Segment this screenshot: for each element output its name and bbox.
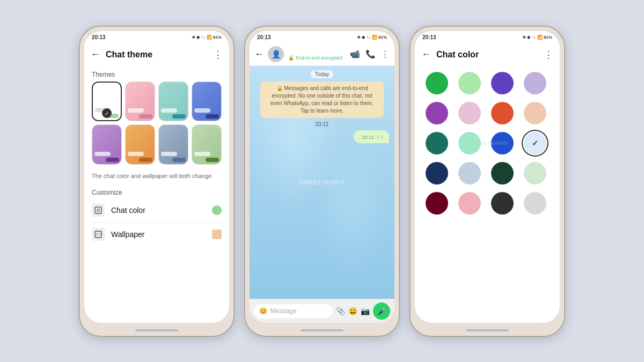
chat-color-label: Chat color [111,206,206,215]
chat-body: ©WABETAINFO Today 🔒 Messages and calls a… [250,66,394,299]
sent-message: 20:11 ✓✓ [354,130,389,143]
color-teal-light[interactable] [458,132,481,154]
color-grid-wrapper: ©WABETAINFO [415,67,560,220]
chat-color-preview [212,205,222,215]
back-button-3[interactable]: ← [421,49,431,60]
customize-chat-color[interactable]: Chat color [84,198,229,222]
bottom-bar-2 [245,327,399,336]
phone-2-screen: 20:13 ★ ◆ ↑↓ 📶 81% ← 👤 🔒 End-to-end encr… [250,31,394,323]
color-navy[interactable] [426,162,448,184]
colors-grid: ✓ [415,67,560,220]
color-silver[interactable] [524,192,546,215]
color-purple-light[interactable] [524,72,546,94]
phone-2: 20:13 ★ ◆ ↑↓ 📶 81% ← 👤 🔒 End-to-end encr… [244,26,400,337]
color-violet[interactable] [426,102,448,124]
input-placeholder: Message [270,307,327,315]
more-menu-2[interactable]: ⋮ [381,49,389,59]
svg-rect-2 [95,231,101,238]
phone-1: 20:13 ★ ◆ ↑↓ 📶 81% ← Chat theme ⋮ Themes [79,26,235,337]
selected-check: ✓ [102,108,112,118]
date-badge: Today [311,70,334,78]
message-input[interactable]: 😊 Message [254,304,333,318]
theme-item-green[interactable] [192,124,222,165]
phones-container: 20:13 ★ ◆ ↑↓ 📶 81% ← Chat theme ⋮ Themes [0,0,644,362]
video-call-icon[interactable]: 📹 [350,49,360,59]
theme-description: The chat color and wallpaper will both c… [84,170,229,186]
page-title-3: Chat color [436,50,544,60]
system-message: 🔒 Messages and calls are end-to-end encr… [260,82,384,118]
color-pink-light[interactable] [458,102,481,124]
customize-wallpaper[interactable]: Wallpaper [84,223,229,246]
message-text [358,134,360,140]
selected-check-3: ✓ [532,139,538,147]
status-icons-3: ★ ◆ ↑↓ 📶 81% [522,35,552,40]
phone-3-screen: 20:13 ★ ◆ ↑↓ 📶 81% ← Chat color ⋮ ©WABET… [415,31,560,323]
attach-icon[interactable]: 📎 [336,307,345,315]
color-mint-light[interactable] [524,162,546,184]
color-maroon[interactable] [426,192,448,215]
themes-label: Themes [84,67,229,82]
theme-item-pink[interactable] [125,82,155,122]
wallpaper-icon [92,228,105,241]
status-bar-2: 20:13 ★ ◆ ↑↓ 📶 81% [250,31,394,43]
color-steel-light[interactable] [458,162,481,184]
more-menu-1[interactable]: ⋮ [213,49,223,61]
chat-input-bar: 😊 Message 📎 😀 📷 🎤 [250,299,394,323]
chat-actions: 📹 📞 ⋮ [350,49,389,59]
chat-app-bar: ← 👤 🔒 End-to-end encrypted 📹 📞 ⋮ [250,43,394,66]
home-indicator-3 [466,329,509,331]
color-forest[interactable] [491,162,514,184]
color-green-light[interactable] [458,72,481,94]
color-teal-dark[interactable] [426,132,448,154]
back-button-2[interactable]: ← [255,49,264,59]
chat-color-icon [92,204,105,217]
bottom-bar-1 [80,327,233,336]
status-bar-1: 20:13 ★ ◆ ↑↓ 📶 81% [84,31,229,43]
theme-item-steel[interactable] [158,124,188,165]
contact-name [288,47,346,55]
app-bar-3: ← Chat color ⋮ [415,43,560,67]
page-title-1: Chat theme [106,50,213,60]
customize-label: Customize [84,186,229,198]
voice-call-icon[interactable]: 📞 [365,49,376,59]
camera-icon[interactable]: 📷 [361,307,370,315]
back-button-1[interactable]: ← [91,49,100,60]
app-bar-1: ← Chat theme ⋮ [84,43,229,67]
status-icons-2: ★ ◆ ↑↓ 📶 81% [357,35,387,40]
color-green-dark[interactable] [426,72,448,94]
phone-1-screen: 20:13 ★ ◆ ↑↓ 📶 81% ← Chat theme ⋮ Themes [84,31,229,323]
emoji-icon[interactable]: 😀 [348,307,357,315]
color-peach[interactable] [524,102,546,124]
e2e-badge: 🔒 End-to-end encrypted [288,55,346,61]
theme-item-blue[interactable] [192,82,222,122]
e2e-label: End-to-end encrypted [296,55,342,61]
color-purple-dark[interactable] [491,72,514,94]
chat-input-icons: 📎 😀 📷 [336,307,370,315]
color-rose-light[interactable] [458,192,481,215]
wallpaper-preview [212,230,222,239]
theme-item-teal[interactable] [158,82,188,122]
color-blue-light-selected[interactable]: ✓ [524,132,546,154]
color-orange-red[interactable] [491,102,514,124]
time-1: 20:13 [92,34,106,40]
mic-button[interactable]: 🎤 [373,302,390,320]
theme-item-white[interactable]: ✓ [92,82,122,122]
svg-point-3 [97,233,98,234]
home-indicator-2 [301,329,343,331]
color-charcoal[interactable] [491,192,514,215]
color-blue[interactable] [491,132,514,154]
wallpaper-label: Wallpaper [111,230,206,239]
message-time: 20:11 [362,135,374,140]
status-icons-1: ★ ◆ ↑↓ 📶 81% [192,35,222,40]
chat-contact-info: 🔒 End-to-end encrypted [288,47,346,61]
status-bar-3: 20:13 ★ ◆ ↑↓ 📶 81% [415,31,560,43]
theme-item-purple[interactable] [92,124,122,165]
theme-item-orange[interactable] [125,124,155,165]
message-ticks: ✓✓ [376,134,385,140]
more-menu-3[interactable]: ⋮ [544,49,553,61]
phone-3: 20:13 ★ ◆ ↑↓ 📶 81% ← Chat color ⋮ ©WABET… [409,26,565,337]
chat-avatar: 👤 [268,46,284,62]
time-2: 20:13 [257,34,271,40]
home-indicator-1 [135,329,178,331]
bottom-bar-3 [411,327,564,336]
